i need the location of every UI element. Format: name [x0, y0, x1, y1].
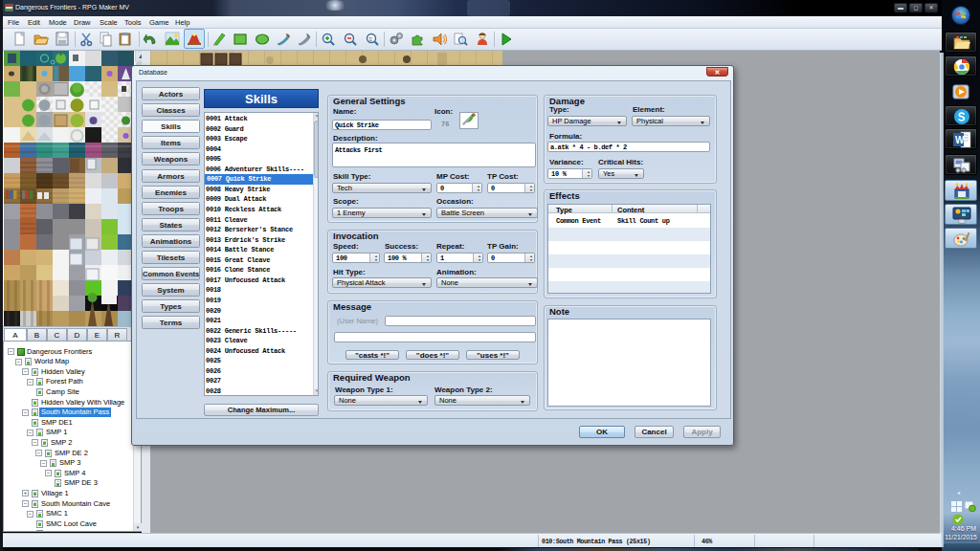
- svg-text:W: W: [955, 135, 965, 145]
- svg-text:≡: ≡: [369, 36, 373, 42]
